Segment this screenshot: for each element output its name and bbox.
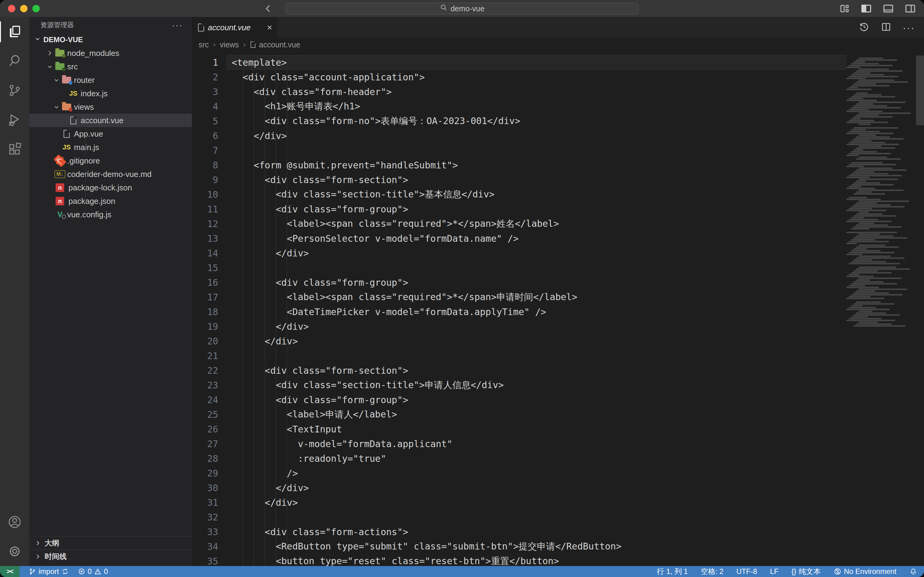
minimap-line — [847, 100, 877, 101]
tab-account-vue[interactable]: account.vue × — [192, 17, 278, 38]
minimap-line — [859, 179, 898, 180]
tree-item-index.js[interactable]: JSindex.js — [29, 87, 192, 100]
code-line-9[interactable]: 9 <div class="form-section"> — [192, 172, 847, 187]
code-line-26[interactable]: 26 <TextInput — [192, 422, 847, 437]
code-line-22[interactable]: 22 <div class="form-section"> — [192, 363, 847, 378]
maximize-window-button[interactable] — [32, 5, 40, 12]
settings-gear-icon[interactable] — [0, 537, 29, 566]
tree-item-label: coderider-demo-vue.md — [67, 169, 151, 179]
code-line-31[interactable]: 31 </div> — [192, 495, 847, 510]
search-sidebar-icon[interactable] — [0, 47, 29, 76]
code-line-19[interactable]: 19 </div> — [192, 319, 847, 334]
minimap-line — [849, 296, 871, 297]
breadcrumb-src[interactable]: src — [199, 40, 209, 49]
code-line-4[interactable]: 4 <h1>账号申请表</h1> — [192, 99, 847, 114]
code-line-21[interactable]: 21 — [192, 348, 847, 363]
code-line-13[interactable]: 13 <PersonSelector v-model="formData.nam… — [192, 231, 847, 246]
indentation[interactable]: 空格: 2 — [701, 567, 724, 576]
breadcrumb-file[interactable]: account.vue — [250, 40, 300, 49]
code-line-33[interactable]: 33 <div class="form-actions"> — [192, 524, 847, 539]
tree-indent-guide — [85, 116, 86, 217]
explorer-more-actions-icon[interactable]: ··· — [172, 24, 183, 27]
code-line-25[interactable]: 25 <label>申请人</label> — [192, 407, 847, 422]
code-line-23[interactable]: 23 <div class="section-title">申请人信息</div… — [192, 378, 847, 392]
code-line-29[interactable]: 29 /> — [192, 466, 847, 480]
code-line-7[interactable]: 7 — [192, 143, 847, 158]
run-debug-icon[interactable] — [0, 105, 29, 134]
minimap-line — [854, 116, 893, 118]
tree-item-package-lock.json[interactable]: npackage-lock.json — [29, 181, 192, 194]
branch-status[interactable]: import — [29, 567, 69, 576]
extensions-icon[interactable] — [0, 134, 29, 164]
tree-item-router[interactable]: router — [29, 73, 192, 87]
minimap-line — [851, 239, 875, 240]
minimap-line — [859, 234, 880, 235]
tree-item-views[interactable]: views — [29, 100, 192, 114]
tree-root-demo-vue[interactable]: DEMO-VUE — [29, 33, 192, 47]
code-line-28[interactable]: 28 :readonly="true" — [192, 451, 847, 466]
toggle-panel-icon[interactable] — [882, 3, 894, 15]
code-line-2[interactable]: 2 <div class="account-application"> — [192, 70, 847, 84]
code-line-5[interactable]: 5 <div class="form-no">表单编号：OA-2023-001<… — [192, 114, 847, 128]
close-tab-icon[interactable]: × — [267, 22, 272, 33]
tree-item-account.vue[interactable]: account.vue — [29, 114, 192, 127]
timeline-history-icon[interactable] — [859, 21, 869, 34]
code-line-20[interactable]: 20 </div> — [192, 334, 847, 348]
language-mode[interactable]: {} 纯文本 — [791, 567, 821, 576]
source-control-icon[interactable] — [0, 76, 29, 105]
tree-item-node_modules[interactable]: node_modules — [29, 47, 192, 60]
file-icon — [61, 130, 72, 138]
code-line-18[interactable]: 18 <DateTimePicker v-model="formData.app… — [192, 305, 847, 319]
code-line-14[interactable]: 14 </div> — [192, 246, 847, 260]
code-line-10[interactable]: 10 <div class="section-title">基本信息</div> — [192, 187, 847, 202]
minimap-line — [847, 177, 869, 178]
tree-item-main.js[interactable]: JSmain.js — [29, 140, 192, 154]
toggle-secondary-sidebar-icon[interactable] — [905, 3, 916, 15]
minimize-window-button[interactable] — [20, 5, 27, 12]
breadcrumb-views[interactable]: views — [220, 40, 239, 49]
code-line-8[interactable]: 8 <form @submit.prevent="handleSubmit"> — [192, 158, 847, 172]
split-editor-icon[interactable] — [881, 21, 892, 34]
tree-item-App.vue[interactable]: App.vue — [29, 127, 192, 140]
eol[interactable]: LF — [770, 567, 779, 576]
code-line-17[interactable]: 17 <label><span class="required">*</span… — [192, 290, 847, 305]
code-line-30[interactable]: 30 </div> — [192, 480, 847, 495]
encoding[interactable]: UTF-8 — [736, 567, 757, 576]
tree-item-coderider-demo-vue.md[interactable]: M↓coderider-demo-vue.md — [29, 168, 192, 181]
command-center-search[interactable]: demo-vue — [286, 3, 639, 15]
code-line-11[interactable]: 11 <div class="form-group"> — [192, 202, 847, 216]
tree-item-vue.config.js[interactable]: Vvue.config.js — [29, 208, 192, 221]
minimap-line — [847, 111, 882, 112]
code-line-16[interactable]: 16 <div class="form-group"> — [192, 275, 847, 290]
notifications-bell-icon[interactable] — [910, 567, 917, 575]
toggle-sidebar-icon[interactable] — [860, 3, 872, 15]
tree-item-src[interactable]: src — [29, 60, 192, 73]
tree-item-.gitignore[interactable]: .gitignore — [29, 154, 192, 168]
problems-status[interactable]: 0 0 — [78, 567, 108, 576]
code-line-12[interactable]: 12 <label><span class="required">*</span… — [192, 216, 847, 231]
customize-layout-icon[interactable] — [839, 3, 850, 14]
code-line-27[interactable]: 27 v-model="formData.applicant" — [192, 437, 847, 451]
scrollbar-thumb[interactable] — [916, 56, 924, 125]
code-line-34[interactable]: 34 <RedButton type="submit" class="submi… — [192, 539, 847, 554]
cursor-position[interactable]: 行 1, 列 1 — [657, 567, 688, 576]
remote-indicator[interactable]: >< — [0, 566, 19, 577]
code-line-6[interactable]: 6 </div> — [192, 128, 847, 143]
panel-outline[interactable]: 大纲 — [29, 536, 192, 550]
code-line-24[interactable]: 24 <div class="form-group"> — [192, 392, 847, 407]
code-line-32[interactable]: 32 — [192, 510, 847, 524]
environment-status[interactable]: No Environment — [834, 567, 897, 576]
panel-timeline[interactable]: 时间线 — [29, 550, 192, 563]
back-icon[interactable] — [263, 3, 274, 14]
line-number: 13 — [192, 233, 226, 244]
account-icon[interactable] — [0, 507, 29, 537]
code-line-35[interactable]: 35 <button type="reset" class="reset-btn… — [192, 554, 847, 566]
tree-item-package.json[interactable]: npackage.json — [29, 194, 192, 208]
more-actions-icon[interactable]: ··· — [903, 22, 915, 34]
code-line-1[interactable]: 1<template> — [192, 55, 847, 70]
explorer-icon[interactable] — [0, 17, 29, 47]
code-line-15[interactable]: 15 — [192, 260, 847, 275]
code-line-3[interactable]: 3 <div class="form-header"> — [192, 84, 847, 99]
minimap[interactable] — [847, 52, 916, 566]
close-window-button[interactable] — [8, 5, 15, 12]
